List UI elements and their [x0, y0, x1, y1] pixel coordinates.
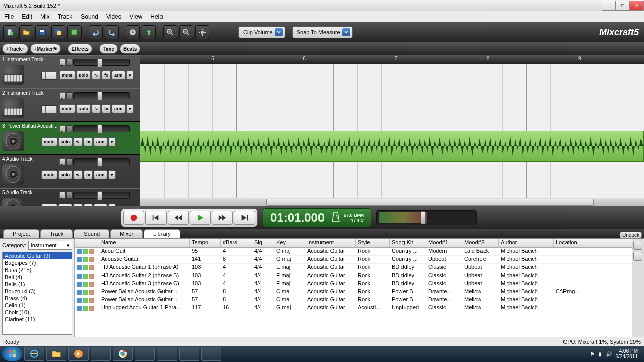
menu-mix[interactable]: Mix	[36, 12, 54, 22]
track-pan-knob[interactable]	[66, 125, 72, 132]
taskbar-app-icon[interactable]	[91, 347, 111, 361]
track-pan-knob[interactable]	[66, 59, 72, 66]
tray-volume-icon[interactable]: 🔊	[606, 351, 612, 357]
time-mode-button[interactable]: Time	[99, 44, 118, 54]
arm-button[interactable]: arm	[94, 170, 107, 179]
track-volume-slider[interactable]	[73, 125, 130, 132]
library-icon[interactable]	[67, 25, 82, 39]
record-button[interactable]	[123, 211, 144, 225]
mute-button[interactable]: mute	[59, 104, 75, 113]
table-row[interactable]: Power Ballad Acoustic Guitar ...5784/4C …	[75, 296, 632, 304]
mute-button[interactable]: mute	[59, 71, 75, 80]
maximize-button[interactable]: □	[616, 1, 630, 11]
save-icon[interactable]	[35, 25, 49, 39]
column-header[interactable]: Style	[356, 239, 390, 247]
menu-sound[interactable]: Sound	[76, 12, 102, 22]
start-button[interactable]	[2, 347, 22, 361]
solo-button[interactable]: solo	[58, 137, 73, 146]
tab-mixer[interactable]: Mixer	[110, 229, 143, 238]
menu-track[interactable]: Track	[54, 12, 77, 22]
category-item[interactable]: Bouzouki (3)	[3, 288, 72, 295]
close-button[interactable]: ✕	[630, 1, 644, 11]
track-expand-button[interactable]	[59, 59, 65, 66]
category-item[interactable]: Bagpipes (7)	[3, 259, 72, 266]
system-tray[interactable]: ⚑ ▮ 🔊 4:06 PM 5/24/2011	[590, 348, 642, 359]
column-header[interactable]: Location	[554, 239, 589, 247]
refresh-icon[interactable]	[633, 252, 642, 261]
solo-button[interactable]: solo	[76, 71, 91, 80]
column-header[interactable]: Tempo	[190, 239, 221, 247]
zoom-in-icon[interactable]	[163, 25, 177, 39]
table-row[interactable]: HJ Acoustic Guitar 1 (phrase A)10344/4E …	[75, 264, 632, 272]
fx-button[interactable]: fx	[84, 204, 93, 206]
search-icon[interactable]	[633, 241, 642, 250]
track-volume-slider[interactable]	[73, 59, 130, 66]
track-header[interactable]: 1 Instrument Track mute solo ∿ fx arm ▾	[0, 55, 140, 88]
open-file-icon[interactable]	[19, 25, 33, 39]
track-pan-knob[interactable]	[66, 192, 72, 199]
column-header[interactable]: Key	[274, 239, 305, 247]
track-expand-button[interactable]	[59, 192, 65, 199]
mute-button[interactable]: mute	[41, 204, 57, 206]
forward-end-button[interactable]	[234, 211, 255, 225]
mixdown-icon[interactable]	[142, 25, 156, 39]
scrollbar-thumb[interactable]	[266, 199, 594, 206]
master-volume[interactable]	[376, 210, 477, 225]
track-menu-button[interactable]: ▾	[108, 204, 116, 206]
add-marker-button[interactable]: +Marker⚑	[30, 44, 61, 54]
titlebar[interactable]: Mixcraft 5.2 Build 152 * _ □ ✕	[0, 0, 644, 11]
table-row[interactable]: Unplugged Acou Guitar 1 Phra...117164/4G…	[75, 304, 632, 312]
automation-button[interactable]: ∿	[92, 104, 101, 113]
fx-button[interactable]: fx	[102, 104, 111, 113]
mute-button[interactable]: mute	[41, 170, 57, 179]
table-row[interactable]: HJ Acoustic Guitar 2 (phrase B)10344/4E …	[75, 272, 632, 280]
taskbar-app2-icon[interactable]	[135, 347, 155, 361]
menu-help[interactable]: Help	[146, 12, 167, 22]
clip-volume-dropdown[interactable]: Clip Volume	[238, 26, 285, 38]
taskbar-mixcraft-icon[interactable]	[201, 347, 221, 361]
track-volume-slider[interactable]	[73, 158, 130, 165]
column-header[interactable]: Sig	[252, 239, 274, 247]
save-as-icon[interactable]	[51, 25, 65, 39]
arm-button[interactable]: arm	[94, 137, 107, 146]
solo-button[interactable]: solo	[76, 104, 91, 113]
table-row[interactable]: Acoustic Guitar14184/4G majAcoustic Guit…	[75, 256, 632, 264]
track-volume-slider[interactable]	[73, 92, 130, 99]
track-menu-button[interactable]: ▾	[108, 137, 116, 146]
minimize-button[interactable]: _	[602, 1, 616, 11]
piano-roll-button[interactable]	[41, 72, 57, 80]
category-item[interactable]: Choir (10)	[3, 309, 72, 316]
tab-project[interactable]: Project	[3, 229, 39, 238]
column-header[interactable]: Author	[499, 239, 554, 247]
track-header[interactable]: 5 Audio Track mute solo ∿ fx arm ▾	[0, 188, 140, 206]
track-menu-button[interactable]: ▾	[126, 104, 134, 113]
category-dropdown[interactable]: Instrument▾	[28, 241, 72, 250]
category-item[interactable]: Cello (1)	[3, 302, 72, 309]
menu-file[interactable]: File	[0, 12, 18, 22]
track-header[interactable]: 4 Audio Track mute solo ∿ fx arm ▾	[0, 155, 140, 188]
automation-button[interactable]: ∿	[73, 170, 83, 179]
preferences-icon[interactable]	[195, 25, 209, 39]
table-row[interactable]: Power Ballad Acoustic Guitar ...5784/4C …	[75, 288, 632, 296]
category-list[interactable]: Acoustic Guitar (9)Bagpipes (7)Bass (215…	[2, 252, 72, 335]
new-file-icon[interactable]	[3, 25, 17, 39]
mute-button[interactable]: mute	[41, 137, 57, 146]
arm-button[interactable]: arm	[112, 71, 125, 80]
track-expand-button[interactable]	[59, 92, 65, 99]
category-item[interactable]: Bass (215)	[3, 266, 72, 274]
solo-button[interactable]: solo	[58, 170, 73, 179]
automation-button[interactable]: ∿	[73, 204, 83, 206]
burn-cd-icon[interactable]	[126, 25, 140, 39]
column-header[interactable]: #Bars	[221, 239, 252, 247]
rewind-start-button[interactable]	[145, 211, 167, 225]
redo-icon[interactable]	[105, 25, 119, 39]
taskbar-chrome-icon[interactable]	[113, 347, 133, 361]
track-pan-knob[interactable]	[66, 92, 72, 99]
column-header[interactable]: Song Kit	[390, 239, 426, 247]
menu-video[interactable]: Video	[102, 12, 125, 22]
audio-clip[interactable]	[140, 131, 644, 162]
menu-view[interactable]: View	[125, 12, 146, 22]
track-menu-button[interactable]: ▾	[108, 170, 116, 179]
track-header[interactable]: 2 Instrument Track mute solo ∿ fx arm ▾	[0, 88, 140, 122]
volume-handle[interactable]	[421, 211, 426, 224]
